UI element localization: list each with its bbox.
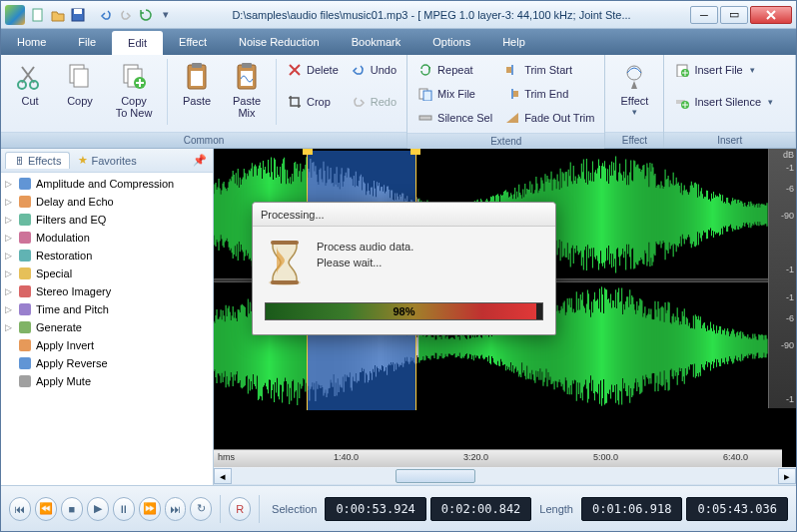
menu-help[interactable]: Help (486, 29, 541, 55)
time-ruler: hms 1:40.0 3:20.0 5:00.0 6:40.0 (214, 449, 782, 467)
db-scale: dB -1 -6 -90 -1 -1 -6 -90 -1 (768, 149, 796, 408)
trim-start-button[interactable]: Trim Start (500, 59, 598, 81)
selection-start-value: 0:00:53.924 (325, 497, 425, 521)
fade-out-trim-button[interactable]: Fade Out Trim (500, 107, 598, 129)
expander-icon[interactable]: ▷ (5, 197, 14, 207)
scroll-thumb[interactable] (396, 469, 475, 483)
expander-icon[interactable]: ▷ (5, 233, 14, 243)
stop-button[interactable]: ■ (61, 497, 83, 521)
redo-button[interactable]: Redo (347, 91, 400, 113)
length-value-a: 0:01:06.918 (581, 497, 682, 521)
expander-icon[interactable]: ▷ (5, 215, 14, 225)
sidebar-tab-effects[interactable]: 🎚Effects (5, 152, 70, 169)
svg-rect-29 (19, 232, 31, 244)
minimize-button[interactable]: ─ (690, 6, 718, 24)
copy-to-new-button[interactable]: Copy To New (107, 59, 161, 121)
qat-save-icon[interactable] (69, 6, 87, 24)
scroll-left-button[interactable]: ◂ (214, 468, 232, 484)
pause-button[interactable]: ⏸ (113, 497, 135, 521)
sidebar-tabs: 🎚Effects ★Favorites 📌 (1, 149, 213, 173)
insert-file-button[interactable]: Insert File▾ (670, 59, 777, 81)
tree-item[interactable]: ▷Stereo Imagery (3, 282, 211, 300)
svg-rect-6 (74, 69, 88, 87)
qat-refresh-icon[interactable] (137, 6, 155, 24)
maximize-button[interactable]: ▭ (720, 6, 748, 24)
expander-icon[interactable]: ▷ (5, 251, 14, 261)
cut-button[interactable]: Cut (7, 59, 53, 109)
tree-item[interactable]: Apply Reverse (3, 354, 211, 372)
expander-icon[interactable]: ▷ (5, 304, 14, 314)
tree-item[interactable]: ▷Amplitude and Compression (3, 175, 211, 193)
svg-rect-34 (19, 321, 31, 333)
scroll-right-button[interactable]: ▸ (778, 468, 796, 484)
menu-noise-reduction[interactable]: Noise Reduction (223, 29, 336, 55)
trim-end-button[interactable]: Trim End (500, 83, 598, 105)
tree-item[interactable]: ▷Time and Pitch (3, 300, 211, 318)
forward-button[interactable]: ⏩ (139, 497, 161, 521)
horizontal-scrollbar[interactable]: ◂ ▸ (214, 467, 796, 485)
skip-end-button[interactable]: ⏭ (165, 497, 187, 521)
qat-undo-icon[interactable] (97, 6, 115, 24)
svg-rect-32 (19, 285, 31, 297)
ribbon-group-extend: Repeat Mix File Silence Sel Trim Start T… (407, 55, 605, 148)
loop-button[interactable]: ↻ (190, 497, 212, 521)
tree-item-label: Apply Reverse (36, 357, 108, 369)
svg-rect-26 (19, 178, 31, 190)
invert-icon (17, 337, 33, 353)
tree-item-label: Amplitude and Compression (36, 178, 174, 190)
tree-item[interactable]: ▷Special (3, 265, 211, 282)
paste-mix-button[interactable]: Paste Mix (224, 59, 270, 121)
qat-redo-icon[interactable] (117, 6, 135, 24)
pin-icon[interactable]: 📌 (191, 152, 209, 169)
scroll-track[interactable] (232, 468, 778, 484)
insert-silence-button[interactable]: Insert Silence▾ (670, 91, 777, 113)
length-label: Length (539, 503, 573, 515)
menu-edit[interactable]: Edit (112, 31, 163, 55)
expander-icon[interactable]: ▷ (5, 268, 14, 278)
play-button[interactable]: ▶ (87, 497, 109, 521)
delete-button[interactable]: Delete (283, 59, 343, 81)
mix-file-button[interactable]: Mix File (413, 83, 496, 105)
skip-start-button[interactable]: ⏮ (9, 497, 31, 521)
tree-item[interactable]: ▷Restoration (3, 247, 211, 265)
crop-button[interactable]: Crop (283, 91, 343, 113)
rewind-button[interactable]: ⏪ (35, 497, 57, 521)
paste-button[interactable]: Paste (174, 59, 220, 109)
sidebar-tab-favorites[interactable]: ★Favorites (70, 152, 144, 169)
svg-rect-2 (74, 9, 82, 14)
menu-effect[interactable]: Effect (163, 29, 223, 55)
tree-item[interactable]: ▷Delay and Echo (3, 193, 211, 211)
qat-new-icon[interactable] (29, 6, 47, 24)
svg-rect-1141 (271, 241, 299, 245)
close-button[interactable] (750, 6, 792, 24)
undo-button[interactable]: Undo (347, 59, 400, 81)
tree-item[interactable]: ▷Filters and EQ (3, 211, 211, 229)
menu-file[interactable]: File (62, 29, 112, 55)
mute-icon (17, 373, 33, 389)
selection-label: Selection (272, 503, 317, 515)
ribbon-group-label: Effect (605, 132, 663, 148)
tree-item[interactable]: Apply Invert (3, 336, 211, 354)
menu-bar: HomeFileEditEffectNoise ReductionBookmar… (1, 29, 796, 55)
svg-rect-30 (19, 250, 31, 262)
copy-button[interactable]: Copy (57, 59, 103, 109)
tree-item[interactable]: Apply Mute (3, 372, 211, 390)
menu-options[interactable]: Options (416, 29, 486, 55)
expander-icon[interactable]: ▷ (5, 322, 14, 332)
status-bar: ⏮ ⏪ ■ ▶ ⏸ ⏩ ⏭ ↻ R Selection 0:00:53.924 … (1, 485, 796, 531)
repeat-button[interactable]: Repeat (413, 59, 496, 81)
tree-item[interactable]: ▷Generate (3, 318, 211, 336)
qat-dropdown-icon[interactable]: ▾ (157, 6, 175, 24)
expander-icon[interactable]: ▷ (5, 286, 14, 296)
svg-rect-28 (19, 214, 31, 226)
record-button[interactable]: R (229, 497, 251, 521)
expander-icon[interactable]: ▷ (5, 179, 14, 189)
qat-open-icon[interactable] (49, 6, 67, 24)
effect-button[interactable]: Effect▾ (611, 59, 657, 119)
silence-sel-button[interactable]: Silence Sel (413, 107, 496, 129)
app-icon (5, 5, 25, 25)
length-value-b: 0:05:43.036 (686, 497, 787, 521)
menu-bookmark[interactable]: Bookmark (336, 29, 417, 55)
tree-item[interactable]: ▷Modulation (3, 229, 211, 247)
menu-home[interactable]: Home (1, 29, 62, 55)
